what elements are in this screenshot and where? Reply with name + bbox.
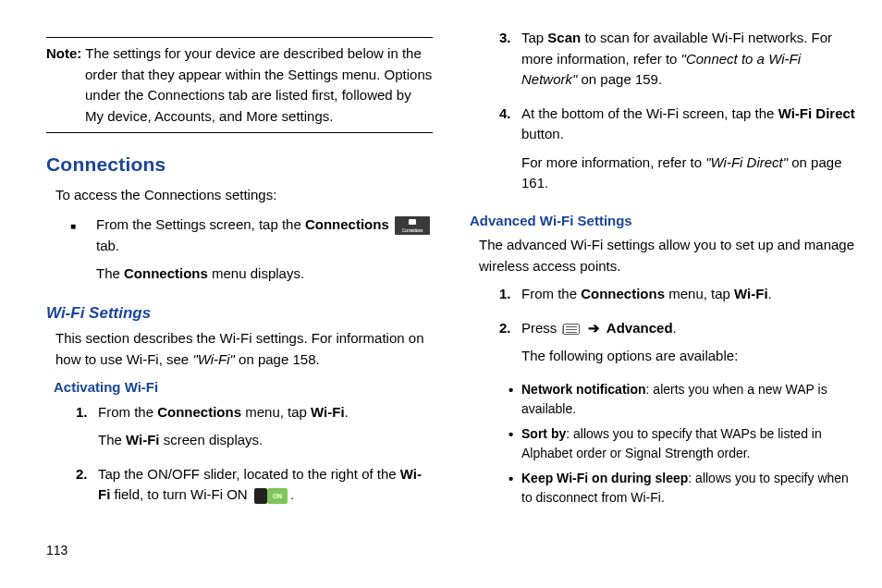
bullet-body: From the Settings screen, tap the Connec…: [96, 214, 433, 292]
menu-icon: [563, 324, 580, 335]
connections-tab-icon: [395, 216, 430, 235]
left-column: Note: The settings for your device are d…: [46, 28, 433, 570]
bullet-square-icon: ■: [70, 214, 96, 292]
section-heading-connections: Connections: [46, 150, 433, 179]
bullet-line-1: From the Settings screen, tap the Connec…: [96, 214, 433, 256]
num-1: 1.: [76, 402, 98, 459]
advanced-wifi-heading: Advanced Wi-Fi Settings: [470, 211, 856, 232]
step-3-text: Tap Scan to scan for available Wi-Fi net…: [521, 28, 856, 91]
note-text: Note: The settings for your device are d…: [46, 43, 433, 127]
step-4-text: At the bottom of the Wi-Fi screen, tap t…: [521, 104, 856, 145]
bullet-dot-icon: •: [508, 469, 521, 508]
connections-intro: To access the Connections settings:: [55, 185, 433, 206]
adv-step-2-follow: The following options are available:: [521, 346, 856, 367]
arrow-icon: ➔: [588, 318, 600, 339]
adv-step-2: 2. Press ➔ Advanced. The following optio…: [499, 318, 856, 374]
option-keep-wifi-on: • Keep Wi-Fi on during sleep: allows you…: [508, 469, 856, 508]
page-number: 113: [46, 541, 67, 560]
adv-num-2: 2.: [499, 318, 521, 374]
num-3: 3.: [499, 28, 521, 98]
bullet-dot-icon: •: [508, 424, 521, 463]
adv-step-1: 1. From the Connections menu, tap Wi-Fi.: [499, 284, 856, 312]
step-4-follow: For more information, refer to "Wi-Fi Di…: [521, 153, 856, 194]
note-block: Note: The settings for your device are d…: [46, 37, 433, 133]
bullet-line-2: The Connections menu displays.: [96, 263, 433, 285]
num-2: 2.: [76, 464, 98, 513]
step-3: 3. Tap Scan to scan for available Wi-Fi …: [499, 28, 856, 98]
bullet-item: ■ From the Settings screen, tap the Conn…: [70, 214, 433, 292]
step-2: 2. Tap the ON/OFF slider, located to the…: [76, 464, 433, 513]
wifi-settings-body: This section describes the Wi-Fi setting…: [55, 328, 433, 370]
wifi-settings-heading: Wi-Fi Settings: [46, 301, 433, 325]
step-2-text: Tap the ON/OFF slider, located to the ri…: [98, 464, 433, 506]
note-body: The settings for your device are describ…: [85, 45, 432, 124]
advanced-wifi-intro: The advanced Wi-Fi settings allow you to…: [479, 235, 856, 276]
step-1: 1. From the Connections menu, tap Wi-Fi.…: [76, 402, 433, 459]
activating-wifi-heading: Activating Wi-Fi: [54, 377, 433, 398]
num-4: 4.: [499, 104, 521, 202]
step-1-follow: The Wi-Fi screen displays.: [98, 430, 433, 451]
adv-step-2-text: Press ➔ Advanced.: [521, 318, 856, 339]
adv-step-1-text: From the Connections menu, tap Wi-Fi.: [521, 284, 856, 305]
option-network-notification: • Network notification: alerts you when …: [508, 380, 856, 419]
note-label: Note:: [46, 45, 81, 61]
right-column: 3. Tap Scan to scan for available Wi-Fi …: [470, 28, 856, 570]
option-sort-by: • Sort by: allows you to specify that WA…: [508, 424, 856, 463]
step-4: 4. At the bottom of the Wi-Fi screen, ta…: [499, 104, 856, 202]
bullet-dot-icon: •: [508, 380, 521, 419]
step-1-text: From the Connections menu, tap Wi-Fi.: [98, 402, 433, 423]
adv-num-1: 1.: [499, 284, 521, 312]
on-toggle-icon: [254, 488, 288, 504]
